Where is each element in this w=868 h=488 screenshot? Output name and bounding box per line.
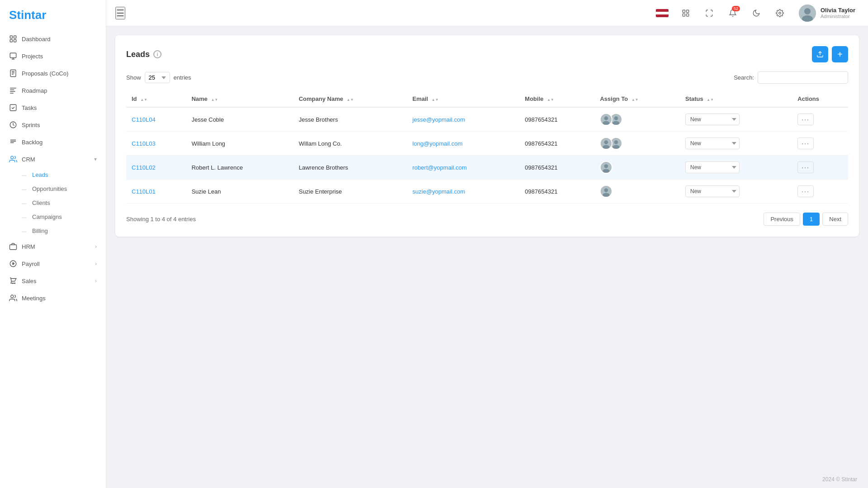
next-button[interactable]: Next: [822, 213, 848, 226]
status-select[interactable]: NewIn ProgressClosedWonLost: [685, 114, 740, 125]
sidebar-item-proposals[interactable]: Proposals (CoCo): [0, 65, 106, 82]
cell-mobile: 0987654321: [519, 180, 594, 204]
lead-email-link[interactable]: long@yopmail.com: [413, 140, 463, 147]
search-input[interactable]: [758, 71, 848, 84]
menu-toggle-button[interactable]: ☰: [115, 7, 125, 19]
entries-select[interactable]: 10 25 50 100: [145, 72, 170, 83]
status-select[interactable]: NewIn ProgressClosedWonLost: [685, 161, 740, 173]
col-company[interactable]: Company Name ▲▼: [293, 91, 407, 107]
dark-mode-toggle[interactable]: [748, 5, 764, 21]
sidebar-item-campaigns[interactable]: Campaigns: [0, 210, 106, 224]
assign-avatars: [600, 137, 674, 150]
sidebar-item-tasks[interactable]: Tasks: [0, 99, 106, 116]
notification-count: 52: [732, 6, 740, 11]
assign-avatars: [600, 161, 674, 174]
sidebar-item-roadmap[interactable]: Roadmap: [0, 82, 106, 99]
sidebar-item-dashboard[interactable]: Dashboard: [0, 30, 106, 47]
sidebar-item-clients-label: Clients: [32, 199, 50, 206]
action-menu-button[interactable]: ···: [797, 114, 814, 125]
svg-point-23: [603, 121, 610, 125]
main-area: ☰ 52: [106, 0, 868, 488]
sidebar-item-payroll[interactable]: Payroll ›: [0, 255, 106, 272]
cell-email: long@yopmail.com: [407, 132, 520, 156]
sidebar-item-sales[interactable]: Sales ›: [0, 272, 106, 289]
svg-rect-2: [10, 40, 12, 42]
cell-id: C110L03: [126, 132, 186, 156]
cell-email: robert@yopmail.com: [407, 156, 520, 180]
upload-button[interactable]: [812, 46, 828, 62]
add-lead-button[interactable]: +: [832, 46, 848, 62]
svg-point-32: [613, 145, 620, 149]
sidebar-item-projects[interactable]: Projects: [0, 47, 106, 65]
col-actions: Actions: [792, 91, 848, 107]
svg-point-26: [613, 121, 620, 125]
col-email[interactable]: Email ▲▼: [407, 91, 520, 107]
notification-bell[interactable]: 52: [725, 5, 741, 21]
sidebar-item-meetings[interactable]: Meetings: [0, 289, 106, 307]
sidebar-item-label: Payroll: [22, 261, 40, 267]
cell-assign: [594, 180, 680, 204]
sidebar-item-clients[interactable]: Clients: [0, 196, 106, 210]
sort-assign-icon: ▲▼: [631, 98, 639, 102]
col-id[interactable]: Id ▲▼: [126, 91, 186, 107]
sidebar-item-billing[interactable]: Billing: [0, 224, 106, 238]
info-icon[interactable]: i: [153, 50, 161, 58]
cell-actions: ···: [792, 107, 848, 132]
sidebar-item-leads[interactable]: Leads: [0, 168, 106, 182]
svg-rect-13: [686, 10, 688, 12]
sidebar-item-leads-label: Leads: [32, 171, 48, 178]
expand-icon[interactable]: [701, 5, 717, 21]
cell-actions: ···: [792, 156, 848, 180]
table-row: C110L03 William Long Willam Long Co. lon…: [126, 132, 848, 156]
previous-button[interactable]: Previous: [764, 213, 800, 226]
lead-email-link[interactable]: suzie@yopmail.com: [413, 188, 465, 195]
col-status[interactable]: Status ▲▼: [680, 91, 792, 107]
sprints-icon: [9, 121, 17, 129]
lead-id-link[interactable]: C110L04: [132, 116, 156, 123]
sort-company-icon: ▲▼: [346, 98, 354, 102]
sort-email-icon: ▲▼: [432, 98, 439, 102]
cell-assign: [594, 107, 680, 132]
user-name: Olivia Taylor: [821, 7, 855, 14]
assign-avatars: [600, 185, 674, 198]
action-menu-button[interactable]: ···: [797, 185, 814, 197]
page-title: Leads i: [126, 50, 161, 59]
leads-card: Leads i + Show 10 25 50: [115, 35, 859, 237]
search-box: Search:: [734, 71, 848, 84]
action-menu-button[interactable]: ···: [797, 137, 814, 149]
cell-status: NewIn ProgressClosedWonLost: [680, 107, 792, 132]
col-mobile[interactable]: Mobile ▲▼: [519, 91, 594, 107]
svg-point-18: [804, 8, 811, 14]
svg-point-34: [604, 164, 608, 168]
svg-point-29: [603, 145, 610, 149]
sidebar-item-hrm[interactable]: HRM ›: [0, 238, 106, 255]
lead-id-link[interactable]: C110L03: [132, 140, 156, 147]
action-menu-button[interactable]: ···: [797, 161, 814, 173]
sidebar-item-backlog[interactable]: Backlog: [0, 133, 106, 151]
settings-icon[interactable]: [772, 5, 788, 21]
proposals-icon: [9, 69, 17, 77]
lead-id-link[interactable]: C110L02: [132, 164, 156, 171]
page-1-button[interactable]: 1: [803, 213, 820, 226]
page-header: Leads i +: [126, 46, 848, 62]
table-row: C110L02 Robert L. Lawrence Lawrence Brot…: [126, 156, 848, 180]
cell-id: C110L04: [126, 107, 186, 132]
col-name[interactable]: Name ▲▼: [186, 91, 293, 107]
logo-text: Stintar: [9, 8, 46, 22]
col-assign[interactable]: Assign To ▲▼: [594, 91, 680, 107]
language-selector[interactable]: [654, 5, 670, 21]
status-select[interactable]: NewIn ProgressClosedWonLost: [685, 185, 740, 197]
lead-email-link[interactable]: jesse@yopmail.com: [413, 116, 465, 123]
user-profile[interactable]: Olivia Taylor Administrator: [795, 3, 859, 24]
sidebar-item-sprints[interactable]: Sprints: [0, 116, 106, 133]
lead-email-link[interactable]: robert@yopmail.com: [413, 164, 467, 171]
cell-mobile: 0987654321: [519, 107, 594, 132]
lead-id-link[interactable]: C110L01: [132, 188, 156, 195]
grid-icon[interactable]: [678, 5, 694, 21]
assign-avatar: [600, 185, 612, 198]
payroll-icon: [9, 260, 17, 268]
cell-name: Jesse Coble: [186, 107, 293, 132]
sidebar-item-opportunities[interactable]: Opportunities: [0, 182, 106, 196]
status-select[interactable]: NewIn ProgressClosedWonLost: [685, 137, 740, 149]
sidebar-item-crm[interactable]: CRM ▾: [0, 151, 106, 168]
